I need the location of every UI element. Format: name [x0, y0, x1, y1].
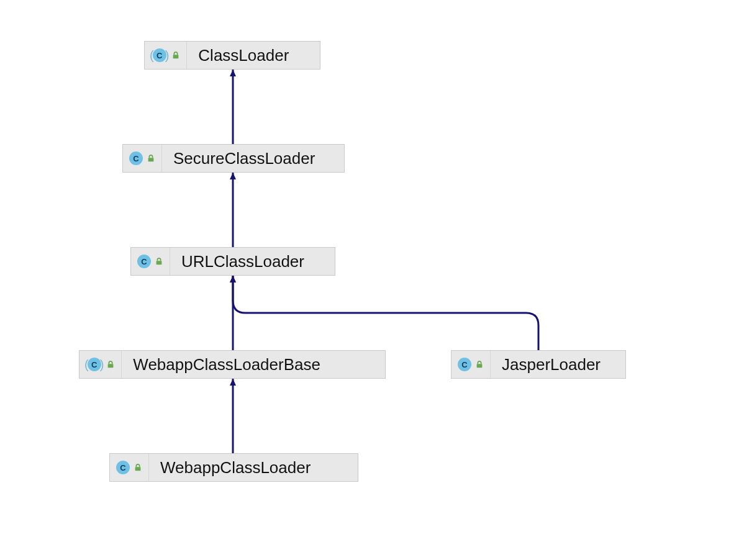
svg-rect-3	[108, 364, 114, 368]
node-label: WebappClassLoader	[149, 454, 322, 481]
class-node-URLClassLoader[interactable]: URLClassLoader	[130, 247, 335, 276]
svg-rect-4	[477, 364, 483, 368]
node-label: ClassLoader	[187, 42, 300, 69]
class-icon	[129, 151, 143, 165]
class-icon	[116, 461, 130, 474]
svg-rect-0	[173, 55, 179, 58]
class-abstract-icon: ()	[86, 358, 102, 371]
node-icon-cell	[131, 248, 170, 275]
class-node-JasperLoader[interactable]: JasperLoader	[451, 350, 626, 379]
node-label: URLClassLoader	[170, 248, 315, 275]
lock-icon	[106, 360, 115, 369]
lock-icon	[155, 257, 163, 266]
lock-icon	[171, 51, 180, 60]
node-icon-cell	[123, 145, 162, 172]
class-node-ClassLoader[interactable]: ()ClassLoader	[144, 41, 320, 70]
lock-icon	[475, 360, 484, 369]
inheritance-edge	[233, 276, 538, 350]
node-icon-cell	[110, 454, 149, 481]
class-icon	[458, 358, 471, 371]
node-label: JasperLoader	[491, 351, 612, 378]
svg-rect-5	[135, 467, 141, 471]
class-node-WebappClassLoader[interactable]: WebappClassLoader	[109, 453, 358, 482]
class-node-WebappClassLoaderBase[interactable]: ()WebappClassLoaderBase	[79, 350, 386, 379]
svg-rect-1	[148, 158, 154, 161]
node-icon-cell: ()	[145, 42, 187, 69]
class-abstract-icon: ()	[151, 48, 168, 62]
class-node-SecureClassLoader[interactable]: SecureClassLoader	[122, 144, 345, 173]
node-icon-cell: ()	[79, 351, 122, 378]
svg-rect-2	[157, 261, 162, 264]
node-label: SecureClassLoader	[162, 145, 326, 172]
node-icon-cell	[451, 351, 491, 378]
lock-icon	[134, 463, 142, 472]
node-label: WebappClassLoaderBase	[122, 351, 332, 378]
lock-icon	[147, 154, 155, 163]
class-icon	[137, 255, 151, 268]
